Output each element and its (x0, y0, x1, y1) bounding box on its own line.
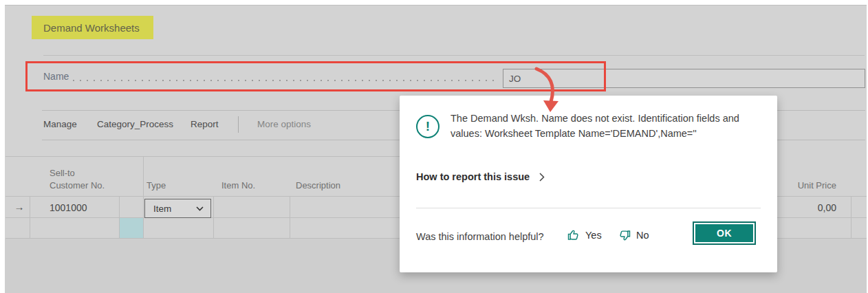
type-dropdown[interactable]: Item (144, 199, 211, 218)
chevron-down-icon (196, 206, 204, 211)
cell-sell-to-customer-no[interactable]: 1001000 (50, 202, 87, 213)
name-field-label: Name (43, 71, 69, 82)
current-row-indicator-icon: → (8, 201, 30, 213)
column-header-sell-to-line2[interactable]: Customer No. (50, 180, 105, 191)
cell-unit-price[interactable]: 0,00 (777, 202, 836, 213)
menu-item-category-process[interactable]: Category_Process (97, 119, 173, 129)
name-field-dotted-leader (73, 80, 497, 81)
how-to-report-label: How to report this issue (416, 171, 530, 182)
table-top-border (6, 156, 400, 157)
alert-circle-icon: ! (416, 115, 440, 138)
menu-divider (238, 116, 239, 133)
error-dialog: ! The Demand Wksh. Name does not exist. … (400, 96, 777, 272)
helpful-no-label: No (636, 230, 649, 241)
grid-line (290, 196, 290, 238)
grid-line (143, 156, 144, 238)
type-dropdown-value: Item (153, 204, 196, 214)
page-title: Demand Worksheets (32, 16, 153, 39)
dialog-message: The Demand Wksh. Name does not exist. Id… (451, 111, 757, 141)
column-header-unit-price[interactable]: Unit Price (777, 180, 836, 191)
menu-item-manage[interactable]: Manage (43, 119, 77, 129)
name-input[interactable] (503, 69, 865, 88)
helpful-prompt: Was this information helpful? (416, 231, 544, 242)
column-header-type[interactable]: Type (147, 180, 166, 191)
helpful-yes-button[interactable]: Yes (567, 228, 602, 242)
dialog-divider (416, 208, 761, 208)
chevron-right-icon (539, 173, 545, 182)
thumbs-up-icon (567, 228, 581, 242)
grid-line (213, 196, 214, 238)
selected-cell[interactable] (120, 218, 143, 238)
menu-item-report[interactable]: Report (191, 119, 219, 129)
more-options-button[interactable]: More options (257, 119, 311, 129)
thumbs-down-icon (618, 228, 631, 242)
page-title-label: Demand Worksheets (43, 22, 140, 34)
ok-button[interactable]: OK (693, 221, 756, 245)
helpful-no-button[interactable]: No (618, 228, 649, 242)
helpful-yes-label: Yes (585, 230, 602, 241)
column-header-description[interactable]: Description (296, 180, 340, 191)
grid-line (851, 196, 851, 238)
alert-glyph: ! (426, 119, 430, 134)
how-to-report-link[interactable]: How to report this issue (416, 171, 545, 182)
column-header-item-no[interactable]: Item No. (221, 180, 255, 191)
demand-worksheets-screen: Demand Worksheets Name Manage Category_P… (0, 0, 868, 293)
title-divider (43, 55, 865, 56)
column-header-sell-to-line1[interactable]: Sell-to (50, 168, 75, 178)
